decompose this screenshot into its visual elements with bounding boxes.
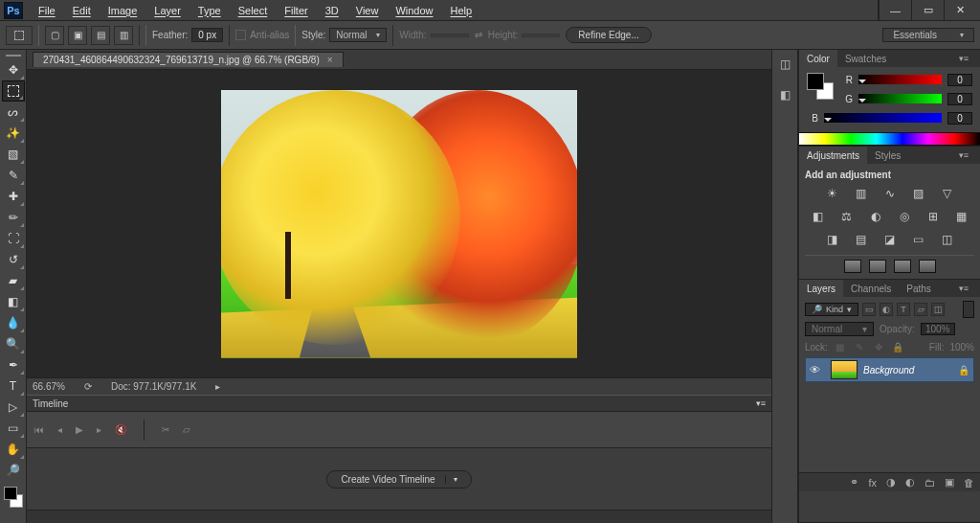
intersect-selection-button[interactable]: ▥ [114, 26, 133, 45]
gradmap-icon[interactable]: ▭ [911, 232, 926, 247]
mixer-icon[interactable]: ⊞ [925, 209, 941, 224]
fx-icon[interactable]: fx [868, 477, 877, 489]
sync-icon[interactable]: ⟳ [84, 381, 92, 392]
lock-move-icon[interactable]: ✥ [872, 340, 885, 353]
filter-smart-icon[interactable]: ◫ [931, 303, 945, 316]
menu-filter[interactable]: Filter [277, 0, 315, 20]
b-slider[interactable] [824, 113, 942, 123]
split-clip-icon[interactable]: ✂ [162, 424, 169, 435]
filter-type-icon[interactable]: T [897, 303, 910, 316]
filter-kind-select[interactable]: 🔎Kind▾ [805, 303, 858, 316]
history-brush-tool[interactable]: ↺ [2, 249, 25, 270]
style-select[interactable]: Normal▾ [329, 28, 387, 42]
healing-tool[interactable]: ✚ [2, 186, 25, 207]
close-tab-icon[interactable]: × [327, 55, 333, 65]
foreground-background-colors[interactable] [2, 485, 25, 510]
vibrance-icon[interactable]: ▽ [940, 186, 955, 201]
eyedropper-tool[interactable]: ✎ [2, 165, 25, 186]
hand-tool[interactable]: ✋ [2, 439, 25, 460]
menu-file[interactable]: File [31, 0, 63, 20]
dodge-tool[interactable]: 🔍 [2, 333, 25, 354]
curves-icon[interactable]: ∿ [882, 186, 898, 201]
menu-edit[interactable]: Edit [65, 0, 99, 20]
color-tab[interactable]: Color [799, 50, 837, 67]
subtract-selection-button[interactable]: ▤ [91, 26, 110, 45]
menu-layer[interactable]: Layer [146, 0, 189, 20]
timeline-ruler[interactable] [27, 510, 771, 523]
menu-select[interactable]: Select [231, 0, 276, 20]
history-panel-icon[interactable]: ◫ [774, 54, 795, 75]
new-adjustment-icon[interactable]: ◐ [905, 476, 915, 489]
doc-info[interactable]: Doc: 977.1K/977.1K [111, 381, 197, 392]
fill-field[interactable]: 100% [949, 342, 974, 352]
blend-mode-select[interactable]: Normal▾ [805, 322, 874, 336]
next-frame-icon[interactable]: ▸ [97, 424, 101, 435]
shape-tool[interactable]: ▭ [2, 418, 25, 439]
r-slider[interactable] [858, 75, 942, 84]
menu-image[interactable]: Image [100, 0, 145, 20]
lut-icon[interactable]: ▦ [954, 209, 969, 224]
goto-start-icon[interactable]: ⏮ [34, 424, 44, 435]
preset-3[interactable] [894, 260, 911, 273]
new-layer-icon[interactable]: ▣ [945, 476, 954, 489]
filter-toggle[interactable] [963, 301, 974, 318]
filter-shape-icon[interactable]: ▱ [914, 303, 927, 316]
minimize-button[interactable]: — [879, 0, 911, 20]
lasso-tool[interactable]: ᔕ [2, 102, 25, 123]
mask-icon[interactable]: ◑ [886, 476, 896, 489]
adjustments-menu-icon[interactable]: ▾≡ [951, 147, 976, 164]
prev-frame-icon[interactable]: ◂ [57, 424, 62, 435]
transition-icon[interactable]: ▱ [183, 424, 190, 435]
move-tool[interactable]: ✥ [2, 59, 25, 80]
lock-position-icon[interactable]: ✎ [853, 340, 866, 353]
opacity-field[interactable]: 100% [921, 323, 955, 335]
gradient-tool[interactable]: ◧ [2, 291, 25, 312]
doc-info-menu-icon[interactable]: ▸ [215, 381, 220, 392]
layer-thumbnail[interactable] [831, 360, 858, 379]
exposure-icon[interactable]: ▨ [911, 186, 926, 201]
zoom-level[interactable]: 66.67% [33, 381, 65, 392]
maximize-button[interactable]: ▭ [911, 0, 944, 20]
blur-tool[interactable]: 💧 [2, 312, 25, 333]
eraser-tool[interactable]: ▰ [2, 270, 25, 291]
swap-dimensions-icon[interactable]: ⇄ [475, 30, 482, 40]
link-layers-icon[interactable]: ⚭ [850, 476, 858, 489]
workspace-selector[interactable]: Essentials▾ [882, 28, 974, 42]
bw-icon[interactable]: ◐ [868, 209, 883, 224]
layer-name[interactable]: Background [863, 365, 952, 375]
g-value[interactable]: 0 [947, 93, 972, 105]
marquee-tool[interactable] [2, 80, 25, 102]
layer-item-background[interactable]: 👁 Background 🔒 [805, 357, 974, 382]
channels-tab[interactable]: Channels [843, 280, 899, 297]
preset-4[interactable] [919, 260, 936, 273]
antialias-checkbox[interactable] [235, 30, 246, 40]
pen-tool[interactable]: ✒ [2, 354, 25, 375]
feather-field[interactable]: 0 px [191, 28, 223, 42]
brightness-icon[interactable]: ☀ [825, 186, 840, 201]
stamp-tool[interactable]: ⛶ [2, 228, 25, 249]
toolbox-grip[interactable] [0, 52, 26, 59]
zoom-tool[interactable]: 🔎 [2, 460, 25, 481]
hue-icon[interactable]: ◧ [811, 209, 826, 224]
menu-3d[interactable]: 3D [318, 0, 346, 20]
menu-type[interactable]: Type [190, 0, 229, 20]
tool-preset-button[interactable] [6, 26, 33, 45]
balance-icon[interactable]: ⚖ [839, 209, 855, 224]
play-icon[interactable]: ▶ [76, 424, 83, 435]
panel-fg-bg-swatch[interactable] [807, 73, 834, 100]
filter-adjust-icon[interactable]: ◐ [880, 303, 893, 316]
layer-visibility-icon[interactable]: 👁 [810, 364, 825, 375]
canvas-viewport[interactable] [27, 70, 771, 377]
type-tool[interactable]: T [2, 375, 25, 397]
adjustments-tab[interactable]: Adjustments [799, 147, 867, 164]
crop-tool[interactable]: ▧ [2, 144, 25, 165]
new-group-icon[interactable]: 🗀 [924, 477, 935, 489]
selective-icon[interactable]: ◫ [940, 232, 955, 247]
paths-tab[interactable]: Paths [899, 280, 939, 297]
brush-tool[interactable]: ✏ [2, 207, 25, 228]
posterize-icon[interactable]: ▤ [854, 232, 869, 247]
menu-help[interactable]: Help [443, 0, 480, 20]
photofilter-icon[interactable]: ◎ [897, 209, 912, 224]
invert-icon[interactable]: ◨ [825, 232, 840, 247]
quick-select-tool[interactable]: ✨ [2, 123, 25, 144]
